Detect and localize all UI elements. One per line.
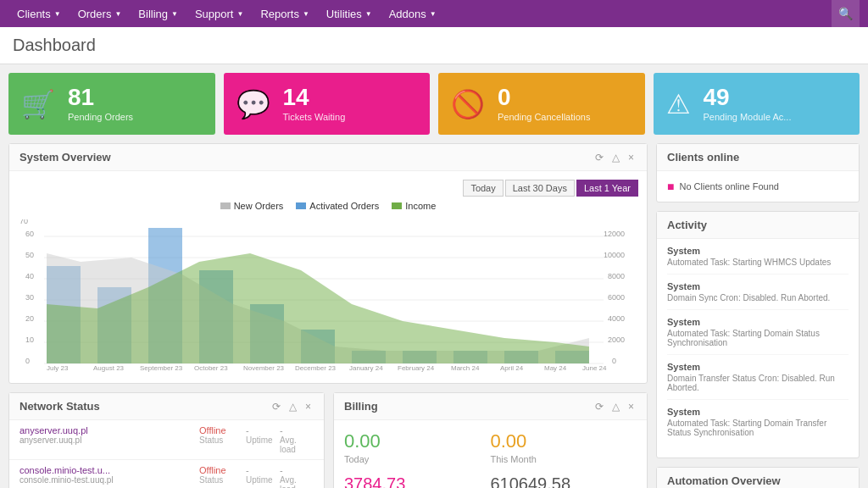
activity-log-item: System Domain Transfer Status Cron: Disa…	[667, 362, 849, 400]
svg-text:40: 40	[25, 272, 34, 280]
billing-refresh-btn[interactable]: ⟳	[593, 401, 606, 413]
server-uptime: - Uptime	[246, 465, 280, 485]
svg-text:October 23: October 23	[194, 364, 228, 372]
overview-refresh-btn[interactable]: ⟳	[593, 152, 606, 164]
billing-today-amount: 0.00	[344, 430, 491, 452]
nav-billing[interactable]: Billing ▼	[130, 0, 186, 27]
clients-online-body: ■ No Clients online Found	[657, 171, 859, 202]
activity-log-item: System Automated Task: Starting Domain S…	[667, 317, 849, 355]
server-info: anyserver.uuq.pl anyserver.uuq.pl	[19, 425, 199, 445]
activity-log-item: System Domain Sync Cron: Disabled. Run A…	[667, 281, 849, 310]
nav-orders[interactable]: Orders ▼	[70, 0, 131, 27]
nav-reports[interactable]: Reports ▼	[252, 0, 317, 27]
billing-all-time: 610649.58 All Time	[491, 474, 637, 488]
billing-close-btn[interactable]: ×	[626, 401, 637, 413]
chart-area: Today Last 30 Days Last 1 Year New Order…	[9, 171, 647, 383]
orders-caret: ▼	[114, 10, 121, 18]
billing-body: 0.00 Today 0.00 This Month 3784.73	[334, 420, 647, 488]
tickets-label: Tickets Waiting	[283, 112, 346, 122]
activity-log-item: System Automated Task: Starting Domain T…	[667, 407, 849, 444]
activity-title: Activity	[667, 219, 707, 231]
legend-new-orders-dot	[220, 202, 231, 209]
nav-utilities[interactable]: Utilities ▼	[318, 0, 381, 27]
stat-card-orders[interactable]: 🛒 81 Pending Orders	[8, 73, 215, 135]
server-avg-load: - Avg. load	[280, 465, 314, 488]
network-status-header: Network Status ⟳ △ ×	[9, 393, 324, 420]
status-value: Offline	[199, 425, 246, 435]
svg-text:February 24: February 24	[398, 364, 435, 372]
svg-text:March 24: March 24	[451, 364, 480, 372]
legend-income: Income	[392, 201, 436, 211]
network-expand-btn[interactable]: △	[287, 401, 299, 413]
activity-log-title: System	[667, 407, 849, 417]
addons-caret: ▼	[430, 10, 437, 18]
chart-container: 0 10 20 30 40 50 60 70 0 2000 4000 6000 …	[18, 219, 638, 374]
svg-text:70: 70	[19, 219, 28, 225]
legend-income-dot	[392, 202, 402, 209]
main-layout: System Overview ⟳ △ × Today Last 30 Days…	[0, 143, 868, 488]
activity-header: Activity	[657, 212, 859, 239]
no-clients-message: ■ No Clients online Found	[667, 180, 849, 193]
overview-close-btn[interactable]: ×	[626, 152, 637, 164]
billing-header: Billing ⟳ △ ×	[334, 393, 647, 420]
bottom-row: Network Status ⟳ △ × anyserver.uuq.pl an…	[8, 392, 648, 488]
svg-text:May 24: May 24	[544, 364, 567, 372]
tab-30days[interactable]: Last 30 Days	[505, 180, 575, 197]
network-row: console.minio-test.u... console.minio-te…	[9, 460, 324, 488]
cancellations-label: Pending Cancellations	[498, 112, 590, 122]
network-scroll-area[interactable]: anyserver.uuq.pl anyserver.uuq.pl Offlin…	[9, 420, 324, 488]
svg-text:April 24: April 24	[500, 364, 524, 372]
server-sub: anyserver.uuq.pl	[19, 435, 199, 445]
network-close-btn[interactable]: ×	[303, 401, 314, 413]
activity-log-title: System	[667, 281, 849, 291]
svg-text:60: 60	[25, 230, 34, 238]
activity-log-item: System Automated Task: Starting WHMCS Up…	[667, 246, 849, 274]
server-uptime: - Uptime	[246, 425, 280, 445]
svg-text:10: 10	[25, 336, 34, 344]
orders-label: Pending Orders	[68, 112, 133, 122]
legend-new-orders: New Orders	[220, 201, 284, 211]
reports-caret: ▼	[303, 10, 309, 18]
stat-card-cancellations[interactable]: 🚫 0 Pending Cancellations	[438, 73, 645, 135]
legend-activated-dot	[296, 202, 306, 209]
network-status-title: Network Status	[19, 400, 100, 413]
stat-card-module[interactable]: ⚠ 49 Pending Module Ac...	[654, 73, 860, 135]
svg-text:January 24: January 24	[349, 364, 383, 372]
tab-today[interactable]: Today	[463, 180, 503, 197]
billing-today: 0.00 Today	[344, 430, 491, 464]
svg-text:August 23: August 23	[93, 364, 125, 372]
navbar: Clients ▼ Orders ▼ Billing ▼ Support ▼ R…	[0, 0, 868, 27]
activity-log-title: System	[667, 246, 849, 256]
activity-log-title: System	[667, 362, 849, 372]
billing-column: Billing ⟳ △ × 0.00 Today	[333, 392, 648, 488]
legend-activated-orders: Activated Orders	[296, 201, 379, 211]
server-sub: console.minio-test.uuq.pl	[19, 475, 199, 485]
svg-text:6000: 6000	[608, 293, 625, 302]
clients-online-header: Clients online	[657, 144, 859, 171]
page-title: Dashboard	[0, 27, 868, 64]
orders-count: 81	[68, 86, 133, 109]
network-refresh-btn[interactable]: ⟳	[270, 401, 283, 413]
module-count: 49	[704, 86, 792, 109]
server-name: anyserver.uuq.pl	[19, 425, 199, 435]
svg-text:September 23: September 23	[140, 364, 183, 372]
nav-addons[interactable]: Addons ▼	[381, 0, 445, 27]
nav-support[interactable]: Support ▼	[186, 0, 252, 27]
svg-text:June 24: June 24	[582, 364, 607, 372]
automation-panel: Automation Overview Invoices Created 0 O…	[656, 467, 860, 488]
activity-log-text: Automated Task: Starting WHMCS Updates	[667, 258, 849, 267]
cancellations-count: 0	[498, 86, 590, 109]
overview-expand-btn[interactable]: △	[609, 152, 622, 164]
billing-expand-btn[interactable]: △	[609, 401, 622, 413]
clients-caret: ▼	[54, 10, 61, 18]
svg-text:50: 50	[25, 251, 34, 259]
network-status-controls: ⟳ △ ×	[270, 401, 314, 413]
warning-icon: ⚠	[666, 88, 691, 120]
system-overview-header: System Overview ⟳ △ ×	[9, 144, 647, 171]
server-status: Offline Status	[199, 465, 246, 485]
tab-1year[interactable]: Last 1 Year	[576, 180, 638, 197]
search-button[interactable]: 🔍	[832, 0, 860, 27]
nav-clients[interactable]: Clients ▼	[8, 0, 70, 27]
stat-card-tickets[interactable]: 💬 14 Tickets Waiting	[224, 73, 431, 135]
billing-caret: ▼	[171, 10, 178, 18]
